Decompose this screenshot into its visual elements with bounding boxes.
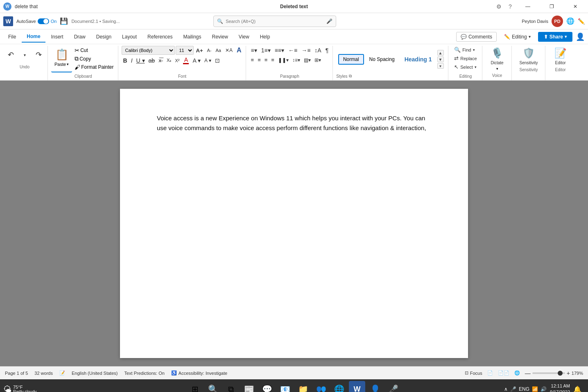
subscript-button[interactable]: X₂ <box>165 57 173 64</box>
notes-icon[interactable]: 📝 <box>59 370 65 376</box>
voice-access-taskbar-icon[interactable]: 🎤 <box>385 381 401 392</box>
keyboard-layout[interactable]: ENG <box>519 386 529 392</box>
decrease-indent-button[interactable]: ←≡ <box>287 46 299 55</box>
start-button[interactable]: ⊞ <box>187 381 203 392</box>
double-strikethrough-button[interactable]: x͞ ̶ <box>157 57 165 64</box>
save-icon[interactable]: 💾 <box>58 17 70 25</box>
zoom-out-button[interactable]: — <box>525 370 531 376</box>
bold-button[interactable]: B <box>122 56 129 65</box>
help-icon[interactable]: ? <box>507 3 513 10</box>
zoom-in-button[interactable]: + <box>567 370 570 376</box>
text-effect-button[interactable]: A <box>235 46 243 55</box>
editor-button[interactable]: 📝 Editor <box>550 46 571 67</box>
undo-dropdown[interactable]: ▾ <box>18 52 31 59</box>
tab-references[interactable]: References <box>142 32 177 42</box>
word-count[interactable]: 32 words <box>34 371 53 376</box>
tab-insert[interactable]: Insert <box>46 32 68 42</box>
styles-scroll-up[interactable]: ▲ <box>437 50 444 56</box>
zoom-slider[interactable] <box>532 372 565 374</box>
view-web-layout[interactable]: 🌐 <box>514 370 520 376</box>
share-dropdown-icon[interactable]: ▾ <box>565 34 567 39</box>
chat-button[interactable]: 💬 <box>259 381 275 392</box>
find-button[interactable]: 🔍 Find ▾ <box>452 46 479 54</box>
editing-button[interactable]: ✏️ Editing ▾ <box>500 32 535 41</box>
document-page[interactable]: Voice access is a new Experience on Wind… <box>120 89 468 358</box>
italic-button[interactable]: I <box>129 56 134 65</box>
tab-mailings[interactable]: Mailings <box>178 32 206 42</box>
clear-formatting-button[interactable]: ✕A <box>224 47 234 54</box>
microphone-icon[interactable]: 🎤 <box>326 18 332 24</box>
cortana-icon[interactable]: 👤 <box>367 381 383 392</box>
user-avatar[interactable]: PD <box>552 16 563 27</box>
zoom-level[interactable]: 179% <box>572 371 583 376</box>
tab-design[interactable]: Design <box>91 32 116 42</box>
bullets-button[interactable]: ≡▾ <box>249 46 259 55</box>
select-button[interactable]: ↖ Select ▾ <box>452 63 479 71</box>
globe-icon[interactable]: 🌐 <box>566 17 574 25</box>
view-single-page[interactable]: 📄 <box>487 370 493 376</box>
settings-icon[interactable]: ⚙ <box>495 3 502 10</box>
account-icon[interactable]: 👤 <box>576 32 585 41</box>
font-color-button[interactable]: A <box>181 56 190 65</box>
replace-button[interactable]: ⇄ Replace <box>452 54 479 62</box>
tab-home[interactable]: Home <box>22 31 45 43</box>
widgets-button[interactable]: 📰 <box>241 381 257 392</box>
minimize-button[interactable]: — <box>518 0 537 13</box>
increase-font-button[interactable]: A+ <box>194 47 205 54</box>
speaker-icon[interactable]: 🔊 <box>541 386 547 392</box>
borders-button[interactable]: ⊞▾ <box>313 56 323 64</box>
align-left-button[interactable]: ≡ <box>249 56 256 64</box>
paste-button[interactable]: 📋 Paste ▾ <box>51 47 72 72</box>
cut-button[interactable]: ✂ Cut <box>73 47 115 54</box>
tab-view[interactable]: View <box>234 32 254 42</box>
style-heading1[interactable]: Heading 1 <box>400 54 436 65</box>
document-text[interactable]: Voice access is a new Experience on Wind… <box>157 113 431 133</box>
numbering-button[interactable]: 1≡▾ <box>260 46 272 55</box>
sort-button[interactable]: ↕A <box>313 46 323 55</box>
search-input[interactable] <box>226 19 324 24</box>
border-button[interactable]: ⊡ <box>213 56 222 65</box>
font-family-select[interactable]: Calibri (Body) <box>122 46 175 55</box>
focus-button[interactable]: ⊡ Focus <box>465 370 482 376</box>
increase-indent-button[interactable]: →≡ <box>300 46 312 55</box>
line-spacing-button[interactable]: ↕≡▾ <box>291 56 302 64</box>
select-dropdown-icon[interactable]: ▾ <box>475 65 477 69</box>
styles-launcher-icon[interactable]: ⧉ <box>349 74 352 79</box>
weather-area[interactable]: 🌤 75°F Partly cloudy <box>3 385 36 392</box>
teams-icon[interactable]: 👥 <box>313 381 329 392</box>
find-dropdown-icon[interactable]: ▾ <box>473 48 475 52</box>
pen-icon[interactable]: ✏️ <box>578 18 585 25</box>
tab-layout[interactable]: Layout <box>117 32 142 42</box>
chevron-up-icon[interactable]: ∧ <box>504 386 508 392</box>
font-size-select[interactable]: 11 <box>176 46 194 55</box>
undo-button[interactable]: ↶ <box>4 49 17 61</box>
notification-icon[interactable]: 🔔 <box>573 385 581 392</box>
dictate-dropdown-icon[interactable]: ▾ <box>496 67 498 71</box>
dictate-button[interactable]: 🎙️ Dictate ▾ <box>487 46 508 72</box>
explorer-icon[interactable]: 📁 <box>295 381 311 392</box>
text-predictions[interactable]: Text Predictions: On <box>124 371 164 376</box>
underline-button[interactable]: U ▾ <box>135 56 147 65</box>
task-view-button[interactable]: ⧉ <box>223 381 239 392</box>
style-no-spacing[interactable]: No Spacing <box>365 54 399 64</box>
outlook-icon[interactable]: 📧 <box>277 381 293 392</box>
tab-file[interactable]: File <box>3 32 21 42</box>
text-highlight-button[interactable]: A ▾ <box>191 56 202 65</box>
styles-scroll-down[interactable]: ▼ <box>437 56 444 62</box>
view-two-pages[interactable]: 📄📄 <box>498 370 509 376</box>
editing-dropdown-icon[interactable]: ▾ <box>529 34 531 39</box>
page-info[interactable]: Page 1 of 5 <box>5 371 28 376</box>
show-formatting-button[interactable]: ¶ <box>324 46 330 55</box>
align-center-button[interactable]: ≡ <box>256 56 262 64</box>
change-case-button[interactable]: Aa <box>214 47 222 54</box>
justify-button[interactable]: ≡ <box>269 56 276 64</box>
word-taskbar-icon[interactable]: W <box>349 381 365 392</box>
align-right-button[interactable]: ≡ <box>263 56 269 64</box>
share-button[interactable]: ⬆ Share ▾ <box>538 32 572 42</box>
decrease-font-button[interactable]: A- <box>205 47 213 54</box>
mic-tray-icon[interactable]: 🎤 <box>510 386 516 392</box>
col-layout-button[interactable]: ❚❚▾ <box>276 56 290 64</box>
tab-review[interactable]: Review <box>207 32 233 42</box>
styles-expand[interactable]: ▾ <box>437 63 444 69</box>
search-box[interactable]: 🔍 🎤 <box>213 16 336 27</box>
